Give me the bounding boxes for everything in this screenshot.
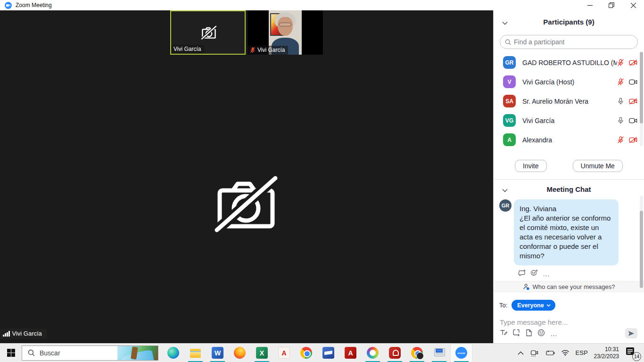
photos-ring-taskbar-button[interactable] <box>362 344 384 362</box>
tray-time: 10:31 <box>605 346 619 353</box>
search-icon <box>28 349 35 356</box>
search-icon <box>505 39 511 45</box>
unmute-me-button[interactable]: Unmute Me <box>573 160 623 172</box>
camera-off-icon[interactable] <box>629 59 637 66</box>
tray-camera-in-use-icon[interactable] <box>530 349 539 357</box>
mic-on-icon[interactable] <box>617 117 624 124</box>
chrome-taskbar-button[interactable] <box>295 344 317 362</box>
screenshot-icon[interactable] <box>513 329 520 338</box>
scanner-taskbar-button[interactable] <box>317 344 339 362</box>
meeting-chat-header: Meeting Chat <box>494 183 644 195</box>
tray-clock[interactable]: 10:31 23/2/2023 <box>594 346 619 360</box>
avatar: GR <box>503 56 516 69</box>
tray-battery-icon[interactable] <box>545 350 555 356</box>
more-options-icon[interactable]: … <box>543 270 550 278</box>
tray-language-indicator[interactable]: ESP <box>576 349 588 356</box>
participant-row[interactable]: VGVivi García <box>494 111 644 130</box>
remote-desktop-icon <box>433 347 445 359</box>
red-bell-app-icon <box>389 347 401 359</box>
start-button[interactable] <box>0 344 22 362</box>
participants-scrollbar[interactable] <box>640 52 643 146</box>
edge-taskbar-button[interactable] <box>162 344 184 362</box>
chat-message-input[interactable]: Type message here... <box>500 318 644 326</box>
chat-message: GR Ing. Viviana ¿El año anterior se conf… <box>494 199 644 265</box>
chevron-down-icon[interactable] <box>502 186 508 194</box>
notification-badge: 14 <box>632 352 641 361</box>
remote-desktop-taskbar-button[interactable] <box>428 344 450 362</box>
close-button[interactable] <box>622 0 644 10</box>
camera-off-icon <box>201 25 217 41</box>
thumbnail-name-label: Vivi García <box>248 46 288 55</box>
word-taskbar-button[interactable]: W <box>206 344 229 362</box>
excel-taskbar-button[interactable]: X <box>251 344 273 362</box>
acrobat-icon: A <box>345 347 356 359</box>
red-bell-app-taskbar-button[interactable] <box>384 344 406 362</box>
video-thumbnail-2[interactable]: Vivi García <box>248 10 323 55</box>
notification-center-icon[interactable]: 14 <box>625 346 639 360</box>
excel-icon: X <box>256 347 268 359</box>
mic-muted-icon[interactable] <box>617 59 624 66</box>
recipient-selector[interactable]: Everyone <box>512 300 555 311</box>
firefox-icon <box>234 347 246 359</box>
tray-date: 23/2/2023 <box>594 353 619 360</box>
participant-row[interactable]: GRGAD ROBERTO ASTUDILLO (Me) <box>494 53 644 72</box>
taskbar-apps: WXAAzoom <box>162 344 472 362</box>
invite-button[interactable]: Invite <box>515 160 546 172</box>
avatar: A <box>503 133 516 146</box>
mic-muted-icon[interactable] <box>617 136 624 144</box>
avatar: V <box>503 75 516 88</box>
participant-name: Vivi García (Host) <box>522 78 617 86</box>
send-message-button[interactable] <box>625 328 637 338</box>
search-participant-input[interactable]: Find a participant <box>500 35 638 49</box>
side-panel: Participants (9) Find a participant GRGA… <box>493 10 644 343</box>
camera-on-icon[interactable] <box>629 79 637 85</box>
who-can-see-bar[interactable]: Who can see your messages? <box>494 281 644 292</box>
participants-scrollbar-thumb[interactable] <box>640 52 643 123</box>
chat-message-bubble: Ing. Viviana ¿El año anterior se conform… <box>514 199 619 265</box>
zoom-app-taskbar-button[interactable]: zoom <box>450 344 472 362</box>
windows-logo-icon <box>7 349 15 357</box>
file-attach-icon[interactable] <box>526 329 532 338</box>
participant-row[interactable]: AAlexandra <box>494 130 644 149</box>
camera-on-icon[interactable] <box>629 117 637 124</box>
chat-scrollbar[interactable] <box>640 196 643 288</box>
camera-off-icon[interactable] <box>629 137 637 143</box>
more-options-icon[interactable]: … <box>550 329 558 337</box>
acrobat-taskbar-button[interactable]: A <box>339 344 362 362</box>
tray-expand-chevron-icon[interactable] <box>518 351 524 355</box>
panel-divider <box>494 179 644 180</box>
privacy-person-icon <box>523 283 530 290</box>
emoji-icon[interactable] <box>537 329 545 338</box>
mic-muted-icon <box>250 47 256 53</box>
zoom-app-icon: zoom <box>455 347 467 359</box>
chat-scrollbar-thumb[interactable] <box>640 211 643 288</box>
search-highlight-image[interactable] <box>117 346 158 360</box>
taskbar-search-input[interactable]: Buscar <box>22 346 158 361</box>
tray-wifi-icon[interactable] <box>561 350 570 356</box>
participant-row[interactable]: VVivi García (Host) <box>494 72 644 91</box>
chrome-profile-taskbar-button[interactable] <box>406 344 428 362</box>
firefox-taskbar-button[interactable] <box>229 344 251 362</box>
participant-row[interactable]: SASr. Aurelio Morán Vera <box>494 91 644 111</box>
avatar: VG <box>503 114 516 127</box>
format-text-icon[interactable] <box>500 329 508 338</box>
chrome-profile-icon <box>411 347 423 359</box>
scanner-icon <box>322 347 334 359</box>
photos-ring-icon <box>367 347 379 359</box>
restore-button[interactable] <box>601 0 622 10</box>
autocad-icon: A <box>278 347 290 359</box>
thumbnail-name-label: Vivi García <box>171 45 204 54</box>
quote-reply-icon[interactable] <box>518 269 526 278</box>
chrome-icon <box>300 347 312 359</box>
system-tray: ESP 10:31 23/2/2023 14 <box>518 346 644 360</box>
file-explorer-taskbar-button[interactable] <box>184 344 206 362</box>
camera-off-icon[interactable] <box>629 98 637 105</box>
window-titlebar: Zoom Meeting <box>0 0 644 10</box>
video-thumbnail-1[interactable]: Vivi García <box>170 10 246 55</box>
chevron-down-icon[interactable] <box>502 18 508 26</box>
minimize-button[interactable] <box>579 0 601 10</box>
mic-muted-icon[interactable] <box>617 78 624 86</box>
autocad-taskbar-button[interactable]: A <box>273 344 295 362</box>
emoji-reaction-icon[interactable] <box>530 269 538 278</box>
mic-on-icon[interactable] <box>617 98 624 105</box>
